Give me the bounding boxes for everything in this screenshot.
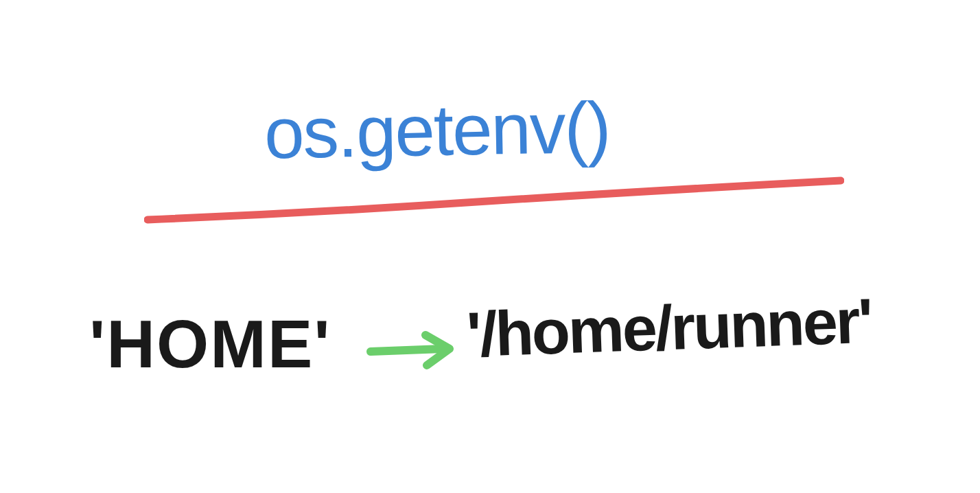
function-title: os.getenv() — [264, 87, 610, 175]
underline-stroke — [144, 175, 844, 230]
output-value: '/home/runner' — [465, 285, 872, 371]
arrow-icon — [364, 323, 467, 378]
input-value: 'HOME' — [89, 306, 331, 383]
diagram-canvas: os.getenv() 'HOME' '/home/runner' — [0, 0, 980, 493]
